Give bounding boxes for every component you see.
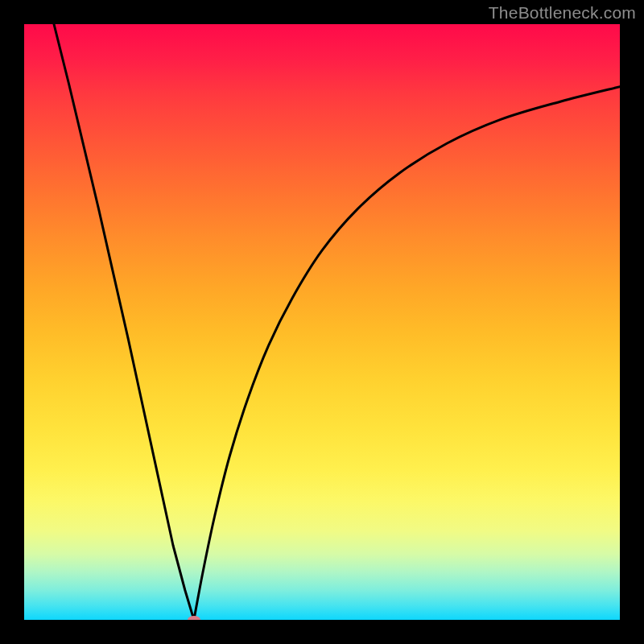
plot-area [24,24,620,620]
minimum-marker [188,616,200,620]
watermark-text: TheBottleneck.com [489,3,636,23]
chart-frame: TheBottleneck.com [0,0,644,644]
bottleneck-curve [24,24,620,620]
